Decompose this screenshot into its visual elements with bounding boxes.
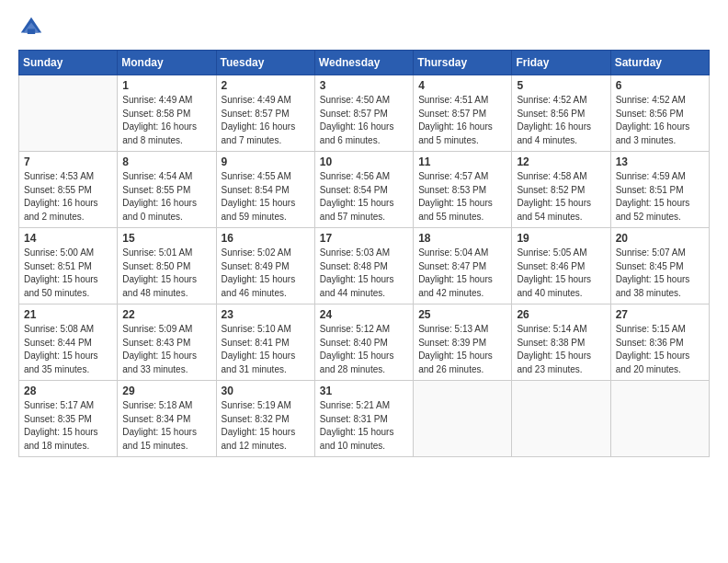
calendar-week-1: 1Sunrise: 4:49 AM Sunset: 8:58 PM Daylig… <box>19 75 710 152</box>
calendar-cell: 19Sunrise: 5:05 AM Sunset: 8:46 PM Dayli… <box>512 228 610 304</box>
day-number: 30 <box>222 385 310 397</box>
day-info: Sunrise: 5:03 AM Sunset: 8:48 PM Dayligh… <box>320 247 408 300</box>
day-info: Sunrise: 5:05 AM Sunset: 8:46 PM Dayligh… <box>517 247 605 300</box>
day-number: 14 <box>24 232 112 245</box>
day-number: 8 <box>122 155 210 168</box>
calendar-header-saturday: Saturday <box>610 51 709 75</box>
calendar-cell: 23Sunrise: 5:10 AM Sunset: 8:41 PM Dayli… <box>216 304 314 381</box>
day-number: 15 <box>122 232 210 245</box>
calendar-cell <box>512 381 610 457</box>
calendar-cell: 21Sunrise: 5:08 AM Sunset: 8:44 PM Dayli… <box>19 304 118 381</box>
day-info: Sunrise: 5:09 AM Sunset: 8:43 PM Dayligh… <box>122 323 210 376</box>
day-info: Sunrise: 5:12 AM Sunset: 8:40 PM Dayligh… <box>320 323 408 376</box>
day-info: Sunrise: 4:58 AM Sunset: 8:52 PM Dayligh… <box>517 170 605 224</box>
calendar-cell: 17Sunrise: 5:03 AM Sunset: 8:48 PM Dayli… <box>314 228 413 304</box>
calendar-cell: 18Sunrise: 5:04 AM Sunset: 8:47 PM Dayli… <box>414 228 512 304</box>
day-number: 16 <box>222 232 310 245</box>
calendar-header-thursday: Thursday <box>414 51 512 75</box>
svg-rect-2 <box>28 29 35 34</box>
calendar-cell: 26Sunrise: 5:14 AM Sunset: 8:38 PM Dayli… <box>512 304 610 381</box>
day-number: 4 <box>418 79 506 92</box>
calendar-cell: 22Sunrise: 5:09 AM Sunset: 8:43 PM Dayli… <box>118 304 216 381</box>
calendar-cell: 9Sunrise: 4:55 AM Sunset: 8:54 PM Daylig… <box>216 152 314 228</box>
logo <box>18 15 46 40</box>
day-number: 26 <box>517 308 605 321</box>
day-number: 10 <box>320 155 408 168</box>
calendar-cell: 10Sunrise: 4:56 AM Sunset: 8:54 PM Dayli… <box>314 152 413 228</box>
day-number: 19 <box>517 232 605 245</box>
calendar-cell: 8Sunrise: 4:54 AM Sunset: 8:55 PM Daylig… <box>118 152 216 228</box>
calendar-cell: 24Sunrise: 5:12 AM Sunset: 8:40 PM Dayli… <box>314 304 413 381</box>
day-info: Sunrise: 4:53 AM Sunset: 8:55 PM Dayligh… <box>24 170 112 224</box>
calendar-header-friday: Friday <box>512 51 610 75</box>
calendar-cell: 12Sunrise: 4:58 AM Sunset: 8:52 PM Dayli… <box>512 152 610 228</box>
day-number: 2 <box>222 79 310 92</box>
day-number: 24 <box>320 308 408 321</box>
calendar-cell: 15Sunrise: 5:01 AM Sunset: 8:50 PM Dayli… <box>118 228 216 304</box>
calendar-cell: 27Sunrise: 5:15 AM Sunset: 8:36 PM Dayli… <box>610 304 709 381</box>
day-info: Sunrise: 4:52 AM Sunset: 8:56 PM Dayligh… <box>616 94 704 147</box>
calendar-cell: 7Sunrise: 4:53 AM Sunset: 8:55 PM Daylig… <box>19 152 118 228</box>
calendar-cell: 5Sunrise: 4:52 AM Sunset: 8:56 PM Daylig… <box>512 75 610 152</box>
day-number: 5 <box>517 79 605 92</box>
calendar-cell: 20Sunrise: 5:07 AM Sunset: 8:45 PM Dayli… <box>610 228 709 304</box>
day-info: Sunrise: 5:00 AM Sunset: 8:51 PM Dayligh… <box>24 247 112 300</box>
calendar-cell: 1Sunrise: 4:49 AM Sunset: 8:58 PM Daylig… <box>118 75 216 152</box>
day-number: 21 <box>24 308 112 321</box>
day-number: 7 <box>24 155 112 168</box>
calendar-cell: 4Sunrise: 4:51 AM Sunset: 8:57 PM Daylig… <box>414 75 512 152</box>
calendar-week-5: 28Sunrise: 5:17 AM Sunset: 8:35 PM Dayli… <box>19 381 710 457</box>
calendar-header-row: SundayMondayTuesdayWednesdayThursdayFrid… <box>19 51 710 75</box>
calendar-cell: 14Sunrise: 5:00 AM Sunset: 8:51 PM Dayli… <box>19 228 118 304</box>
calendar-cell <box>414 381 512 457</box>
calendar-cell <box>610 381 709 457</box>
calendar-cell: 13Sunrise: 4:59 AM Sunset: 8:51 PM Dayli… <box>610 152 709 228</box>
day-number: 22 <box>122 308 210 321</box>
calendar-cell: 28Sunrise: 5:17 AM Sunset: 8:35 PM Dayli… <box>19 381 118 457</box>
day-info: Sunrise: 4:54 AM Sunset: 8:55 PM Dayligh… <box>122 170 210 224</box>
day-info: Sunrise: 5:14 AM Sunset: 8:38 PM Dayligh… <box>517 323 605 376</box>
day-info: Sunrise: 4:57 AM Sunset: 8:53 PM Dayligh… <box>418 170 506 224</box>
day-info: Sunrise: 5:01 AM Sunset: 8:50 PM Dayligh… <box>122 247 210 300</box>
calendar-header-monday: Monday <box>118 51 216 75</box>
day-number: 25 <box>418 308 506 321</box>
calendar-header-tuesday: Tuesday <box>216 51 314 75</box>
calendar-cell: 3Sunrise: 4:50 AM Sunset: 8:57 PM Daylig… <box>314 75 413 152</box>
calendar-cell: 11Sunrise: 4:57 AM Sunset: 8:53 PM Dayli… <box>414 152 512 228</box>
day-info: Sunrise: 4:55 AM Sunset: 8:54 PM Dayligh… <box>222 170 310 224</box>
logo-icon <box>18 15 44 40</box>
day-info: Sunrise: 4:51 AM Sunset: 8:57 PM Dayligh… <box>418 94 506 147</box>
calendar-cell: 25Sunrise: 5:13 AM Sunset: 8:39 PM Dayli… <box>414 304 512 381</box>
day-info: Sunrise: 5:19 AM Sunset: 8:32 PM Dayligh… <box>222 399 310 453</box>
day-number: 1 <box>122 79 210 92</box>
day-info: Sunrise: 4:59 AM Sunset: 8:51 PM Dayligh… <box>616 170 704 224</box>
day-number: 28 <box>24 385 112 397</box>
day-number: 23 <box>222 308 310 321</box>
calendar-cell: 30Sunrise: 5:19 AM Sunset: 8:32 PM Dayli… <box>216 381 314 457</box>
day-info: Sunrise: 5:15 AM Sunset: 8:36 PM Dayligh… <box>616 323 704 376</box>
day-info: Sunrise: 4:49 AM Sunset: 8:57 PM Dayligh… <box>222 94 310 147</box>
day-info: Sunrise: 4:52 AM Sunset: 8:56 PM Dayligh… <box>517 94 605 147</box>
day-number: 27 <box>616 308 704 321</box>
day-info: Sunrise: 5:04 AM Sunset: 8:47 PM Dayligh… <box>418 247 506 300</box>
calendar-week-3: 14Sunrise: 5:00 AM Sunset: 8:51 PM Dayli… <box>19 228 710 304</box>
header <box>18 15 710 40</box>
calendar-cell <box>19 75 118 152</box>
calendar-week-2: 7Sunrise: 4:53 AM Sunset: 8:55 PM Daylig… <box>19 152 710 228</box>
day-info: Sunrise: 5:10 AM Sunset: 8:41 PM Dayligh… <box>222 323 310 376</box>
page: SundayMondayTuesdayWednesdayThursdayFrid… <box>0 0 728 563</box>
day-number: 13 <box>616 155 704 168</box>
day-info: Sunrise: 5:08 AM Sunset: 8:44 PM Dayligh… <box>24 323 112 376</box>
calendar-cell: 31Sunrise: 5:21 AM Sunset: 8:31 PM Dayli… <box>314 381 413 457</box>
day-info: Sunrise: 5:17 AM Sunset: 8:35 PM Dayligh… <box>24 399 112 453</box>
day-info: Sunrise: 5:07 AM Sunset: 8:45 PM Dayligh… <box>616 247 704 300</box>
day-info: Sunrise: 5:13 AM Sunset: 8:39 PM Dayligh… <box>418 323 506 376</box>
day-number: 20 <box>616 232 704 245</box>
day-number: 17 <box>320 232 408 245</box>
day-info: Sunrise: 4:56 AM Sunset: 8:54 PM Dayligh… <box>320 170 408 224</box>
day-number: 12 <box>517 155 605 168</box>
day-number: 6 <box>616 79 704 92</box>
day-info: Sunrise: 4:49 AM Sunset: 8:58 PM Dayligh… <box>122 94 210 147</box>
day-info: Sunrise: 5:18 AM Sunset: 8:34 PM Dayligh… <box>122 399 210 453</box>
day-info: Sunrise: 5:02 AM Sunset: 8:49 PM Dayligh… <box>222 247 310 300</box>
